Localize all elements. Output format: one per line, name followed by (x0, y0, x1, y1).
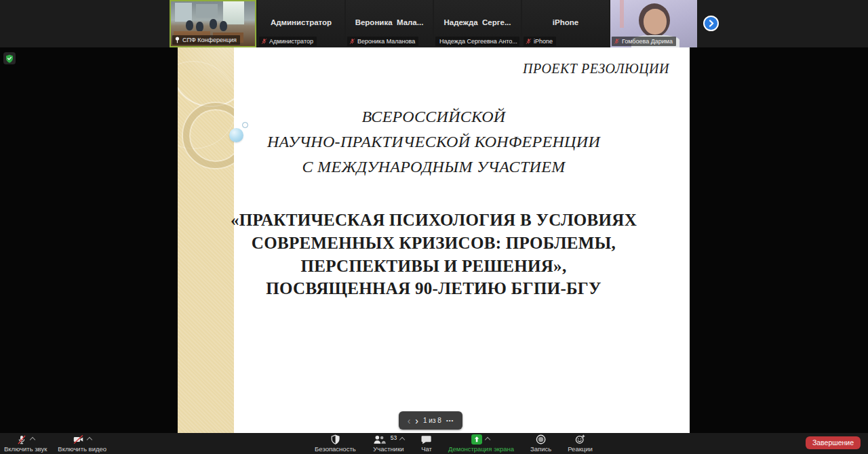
share-screen-icon (471, 434, 482, 445)
page-indicator: 1 из 8 (423, 417, 441, 424)
next-participants-button[interactable] (703, 16, 719, 31)
toolbar-item-label: Запись (530, 445, 551, 453)
slide-ring-decoration (242, 122, 248, 128)
participant-tile-spf[interactable]: СПФ Конференция (170, 0, 256, 47)
participant-name-badge: СПФ Конференция (172, 35, 240, 45)
slide-title-line: «ПРАКТИЧЕСКАЯ ПСИХОЛОГИЯ В УСЛОВИЯХ (178, 209, 690, 232)
security-button[interactable]: Безопасность (315, 434, 356, 453)
slide-subtitle-line: ВСЕРОССИЙСКОЙ (178, 104, 690, 129)
toolbar-item-label: Безопасность (315, 445, 356, 453)
unmute-audio-button[interactable]: Включить звук (4, 434, 47, 453)
participant-name: Администратор (269, 38, 313, 45)
slide-sphere-decoration (229, 128, 243, 142)
camera-muted-icon (73, 434, 84, 445)
slide-page-navigator: ‹ › 1 из 8 ••• (399, 411, 462, 430)
participant-center-name: iPhone (522, 18, 609, 26)
mic-slash-icon (349, 38, 355, 45)
participant-center-name: Администратор (258, 18, 344, 26)
participant-tile-darima[interactable]: Гомбоева Дарима (610, 0, 697, 47)
mic-slash-icon (261, 38, 267, 45)
participant-name: Гомбоева Дарима (622, 38, 673, 45)
shared-slide: ПРОЕКТ РЕЗОЛЮЦИИ ВСЕРОССИЙСКОЙ НАУЧНО-ПР… (178, 47, 690, 433)
shield-icon (331, 434, 340, 445)
participant-tile-nadezhda[interactable]: Надежда Серге... Надежда Сергеевна Анто.… (434, 0, 521, 47)
toolbar-item-label: Чат (421, 445, 432, 453)
shield-check-icon (5, 54, 14, 63)
zoom-meeting-window: СПФ Конференция Администратор Администра… (0, 0, 868, 454)
slide-title-line: СОВРЕМЕННЫХ КРИЗИСОВ: ПРОБЛЕМЫ, (178, 232, 690, 255)
participant-name: iPhone (534, 38, 553, 45)
participants-count: 53 (391, 434, 397, 441)
slide-subtitle-line: НАУЧНО-ПРАКТИЧЕСКОЙ КОНФЕРЕНЦИИ (178, 129, 690, 154)
participants-strip: СПФ Конференция Администратор Администра… (0, 0, 868, 47)
toolbar-item-label: Включить видео (58, 445, 106, 453)
chevron-right-icon (709, 20, 714, 27)
record-icon (536, 434, 546, 445)
chat-bubble-icon (422, 435, 432, 445)
toolbar-item-label: Включить звук (4, 445, 47, 453)
slide-title-line: ПЕРСПЕКТИВЫ И РЕШЕНИЯ», (178, 255, 690, 278)
participants-button[interactable]: 53 Участники (372, 434, 405, 453)
share-options-chevron-icon[interactable] (486, 438, 490, 441)
toolbar-item-label: Участники (373, 445, 403, 453)
reactions-icon (575, 434, 585, 445)
share-screen-button[interactable]: Демонстрация экрана (448, 434, 514, 453)
mic-muted-icon (16, 434, 27, 445)
participant-tile-iphone[interactable]: iPhone iPhone (522, 0, 609, 47)
mic-slash-icon (526, 38, 532, 45)
audio-options-chevron-icon[interactable] (31, 438, 35, 441)
participant-name: СПФ Конференция (182, 37, 237, 43)
meeting-toolbar: Включить звук Включить видео (0, 433, 868, 454)
participant-center-name: Вероника Мала... (346, 18, 433, 26)
next-page-button[interactable]: › (415, 415, 418, 426)
record-button[interactable]: Запись (530, 434, 551, 453)
prev-page-button[interactable]: ‹ (408, 415, 411, 426)
security-badge[interactable] (3, 52, 16, 64)
participant-center-name: Надежда Серге... (434, 18, 521, 26)
participants-chevron-icon[interactable] (400, 438, 405, 441)
participant-name-badge: Надежда Сергеевна Анто... (435, 37, 519, 46)
toolbar-item-label: Реакции (568, 445, 593, 453)
video-options-chevron-icon[interactable] (87, 438, 92, 441)
participant-tile-admin[interactable]: Администратор Администратор (258, 0, 344, 47)
participant-name-badge: Администратор (259, 37, 317, 46)
start-video-button[interactable]: Включить видео (58, 434, 106, 453)
participant-tile-veronika[interactable]: Вероника Мала... Вероника Маланова (346, 0, 433, 47)
participants-icon (372, 434, 386, 445)
participant-name: Вероника Маланова (357, 38, 415, 45)
slide-subtitle-line: С МЕЖДУНАРОДНЫМ УЧАСТИЕМ (178, 154, 690, 180)
participant-name-badge: Гомбоева Дарима (612, 37, 676, 46)
reactions-button[interactable]: Реакции (568, 434, 593, 453)
more-options-button[interactable]: ••• (446, 417, 454, 424)
chat-button[interactable]: Чат (421, 434, 432, 453)
participant-name: Надежда Сергеевна Анто... (439, 38, 517, 45)
pin-icon (174, 37, 180, 43)
end-meeting-button[interactable]: Завершение (806, 436, 861, 449)
participant-name-badge: Вероника Маланова (347, 37, 418, 46)
slide-dedication-line: ПОСВЯЩЕННАЯ 90-ЛЕТИЮ БГПИ-БГУ (178, 279, 690, 298)
mic-slash-icon (614, 38, 620, 45)
participant-name-badge: iPhone (524, 37, 556, 46)
slide-kicker: ПРОЕКТ РЕЗОЛЮЦИИ (178, 61, 690, 77)
toolbar-item-label: Демонстрация экрана (448, 445, 514, 453)
